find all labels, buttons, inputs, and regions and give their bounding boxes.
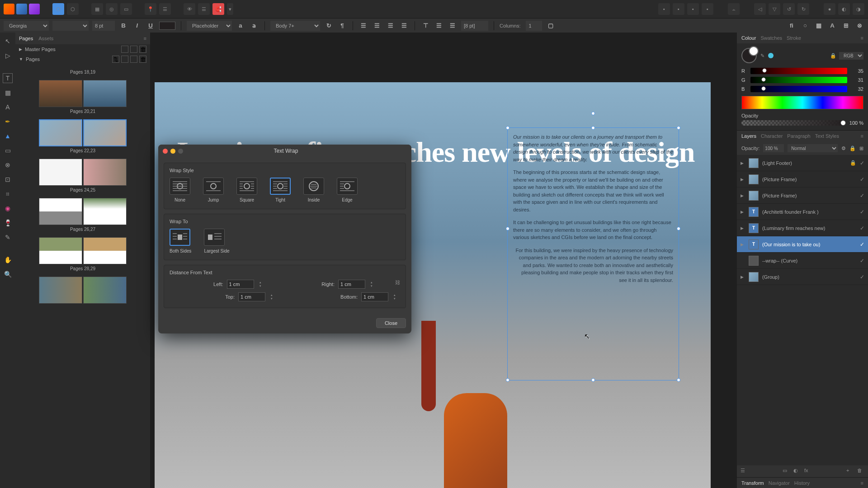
gear-icon[interactable]: ⚙	[841, 145, 846, 151]
wrap-style-none[interactable]: None	[170, 178, 190, 202]
align-left-icon[interactable]: ☰	[359, 21, 368, 31]
align-left-icon[interactable]: ⫠	[728, 3, 740, 15]
leading-input[interactable]	[461, 21, 488, 31]
lock-icon[interactable]: 🔒	[849, 145, 856, 151]
preview-icon[interactable]: 👁	[184, 3, 195, 15]
wrap-style-square[interactable]: Square	[236, 178, 257, 202]
show-special-icon[interactable]: ⊗	[854, 21, 864, 31]
wrap-style-jump[interactable]: Jump	[203, 178, 224, 202]
tab-paragraph[interactable]: Paragraph	[787, 133, 810, 139]
text-frame-icon[interactable]: ▢	[546, 21, 556, 31]
panel-menu-icon[interactable]: ≡	[861, 133, 863, 139]
layer-row[interactable]: ▶(Group)✓	[737, 269, 868, 285]
crop-tool-icon[interactable]: ⌗	[3, 189, 13, 199]
layer-opacity-input[interactable]	[763, 144, 784, 152]
clear-style-icon[interactable]: a̵	[249, 21, 259, 31]
add-master-button[interactable]	[121, 46, 128, 53]
add-layer-icon[interactable]: +	[846, 468, 854, 475]
wrap-style-inside[interactable]: Inside	[303, 178, 324, 202]
visibility-check-icon[interactable]: ✓	[860, 225, 864, 231]
italic-button[interactable]: I	[132, 21, 142, 31]
visibility-check-icon[interactable]: ✓	[860, 192, 864, 199]
top-input[interactable]	[238, 292, 265, 301]
view-tool-icon[interactable]: ✋	[3, 255, 13, 265]
font-size-input[interactable]	[92, 21, 115, 31]
wrap-style-tight[interactable]: Tight	[270, 178, 291, 202]
pin-icon[interactable]: 📍	[145, 3, 156, 15]
add-page-button[interactable]	[121, 56, 128, 63]
font-style-select[interactable]	[52, 21, 89, 31]
bullet-list-icon[interactable]: ☰	[434, 21, 444, 31]
layer-row[interactable]: ▶(Light Footer)🔒✓	[737, 155, 868, 171]
dialog-titlebar[interactable]: Text Wrap	[158, 145, 411, 157]
layer-row[interactable]: ▶(Picture Frame)✓	[737, 171, 868, 188]
right-stepper[interactable]: ▴▾	[369, 281, 374, 288]
selection-handle[interactable]	[506, 126, 509, 130]
tab-swatches[interactable]: Swatches	[760, 35, 782, 41]
align-justify-icon[interactable]: ☰	[399, 21, 409, 31]
facing-page-button[interactable]	[130, 56, 137, 63]
thumb-spread[interactable]: Pages 18,19	[19, 70, 146, 75]
opacity-slider[interactable]	[741, 120, 846, 126]
columns-input[interactable]	[526, 21, 542, 31]
mask-icon[interactable]: ▭	[783, 468, 790, 475]
layer-row[interactable]: ▶(Picture Frame)✓	[737, 188, 868, 204]
font-family-select[interactable]: Georgia	[4, 21, 49, 31]
layer-row[interactable]: --wrap-- (Curve)✓	[737, 253, 868, 269]
underline-button[interactable]: U	[146, 21, 156, 31]
tab-layers[interactable]: Layers	[741, 133, 756, 139]
reapply-icon[interactable]: ↻	[324, 21, 334, 31]
tab-history[interactable]: History	[794, 480, 810, 486]
move-tool-icon[interactable]: ↖	[3, 36, 13, 46]
preflight-icon[interactable]: ⬠	[52, 3, 64, 15]
selection-handle[interactable]	[677, 378, 680, 382]
paragraph-style-select[interactable]: Placeholder	[187, 21, 232, 31]
tab-stroke[interactable]: Stroke	[787, 35, 801, 41]
align-center-icon[interactable]: ☰	[372, 21, 382, 31]
ligatures-icon[interactable]: fi	[787, 21, 797, 31]
visibility-check-icon[interactable]: ✓	[860, 209, 864, 215]
rotate-cw-icon[interactable]: ↻	[797, 3, 809, 15]
delete-master-button[interactable]: 🗑	[139, 46, 146, 53]
left-input[interactable]	[227, 280, 254, 289]
text-style-select[interactable]: Body 7+	[270, 21, 320, 31]
place-image-tool-icon[interactable]: ⊗	[3, 160, 13, 170]
zoom-tool-icon[interactable]: 🔍	[3, 269, 13, 279]
layer-row[interactable]: ▶T(Architetti founder Frank )✓	[737, 204, 868, 220]
visibility-check-icon[interactable]: ✓	[860, 176, 864, 183]
pilcrow-icon[interactable]: ¶	[337, 21, 347, 31]
r-slider[interactable]	[750, 68, 847, 74]
r-value[interactable]: 35	[851, 68, 863, 74]
selection-handle[interactable]	[506, 378, 509, 382]
tab-transform[interactable]: Transform	[741, 480, 764, 486]
g-value[interactable]: 31	[851, 77, 863, 83]
b-slider[interactable]	[750, 86, 847, 92]
transparency-tool-icon[interactable]: 🍷	[3, 218, 13, 228]
lock-icon[interactable]: 🔒	[850, 160, 856, 166]
panel-menu-icon[interactable]: ≡	[861, 35, 863, 41]
eyedropper-icon[interactable]: ✎	[760, 53, 764, 59]
selection-handle[interactable]	[506, 227, 509, 230]
selection-handle[interactable]	[591, 378, 595, 382]
thumb-spread[interactable]: Pages 20,21	[19, 80, 146, 114]
wrap-to-largest[interactable]: Largest Side	[204, 229, 229, 253]
tab-text-styles[interactable]: Text Styles	[815, 133, 839, 139]
preferences-icon[interactable]: ◎	[106, 3, 118, 15]
bold-button[interactable]: B	[118, 21, 128, 31]
spread-setup-icon[interactable]: ▭	[120, 3, 132, 15]
delete-layer-icon[interactable]: 🗑	[857, 468, 864, 475]
selection-handle[interactable]	[677, 126, 680, 130]
intersect-icon[interactable]: ◑	[853, 3, 864, 15]
tab-navigator[interactable]: Navigator	[769, 480, 790, 486]
bottom-stepper[interactable]: ▴▾	[392, 293, 397, 300]
hue-spectrum[interactable]	[741, 96, 863, 109]
layer-blend-icon[interactable]: ☰	[741, 468, 748, 475]
selection-handle[interactable]	[591, 126, 595, 130]
picture-frame-tool-icon[interactable]: ▭	[3, 145, 13, 155]
back-one-icon[interactable]: ▪	[673, 3, 684, 15]
delete-page-button[interactable]: 🗑	[139, 56, 146, 63]
tab-assets[interactable]: Assets	[38, 36, 53, 41]
blend-mode-select[interactable]: Normal	[788, 144, 838, 152]
bottom-input[interactable]	[361, 292, 388, 301]
left-stepper[interactable]: ▴▾	[258, 281, 263, 288]
